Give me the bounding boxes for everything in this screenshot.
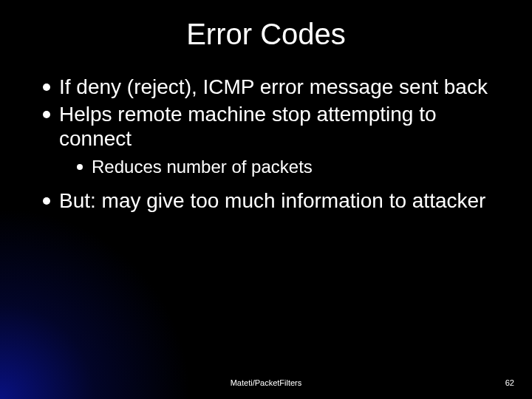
sub-bullet-list: Reduces number of packets	[59, 157, 502, 178]
sub-bullet-item: Reduces number of packets	[77, 157, 502, 178]
bullet-text: Helps remote machine stop attempting to …	[59, 103, 436, 150]
bullet-text: If deny (reject), ICMP error message sen…	[59, 75, 488, 98]
slide-container: Error Codes If deny (reject), ICMP error…	[0, 0, 532, 399]
bullet-list: If deny (reject), ICMP error message sen…	[30, 75, 502, 213]
slide-title: Error Codes	[30, 18, 502, 51]
footer-page-number: 62	[505, 378, 514, 387]
footer-source: Mateti/PacketFilters	[0, 378, 532, 387]
bullet-item: If deny (reject), ICMP error message sen…	[43, 75, 502, 99]
sub-bullet-text: Reduces number of packets	[92, 157, 313, 177]
bullet-item: Helps remote machine stop attempting to …	[43, 102, 502, 178]
bullet-text: But: may give too much information to at…	[59, 189, 485, 212]
bullet-item: But: may give too much information to at…	[43, 188, 502, 213]
